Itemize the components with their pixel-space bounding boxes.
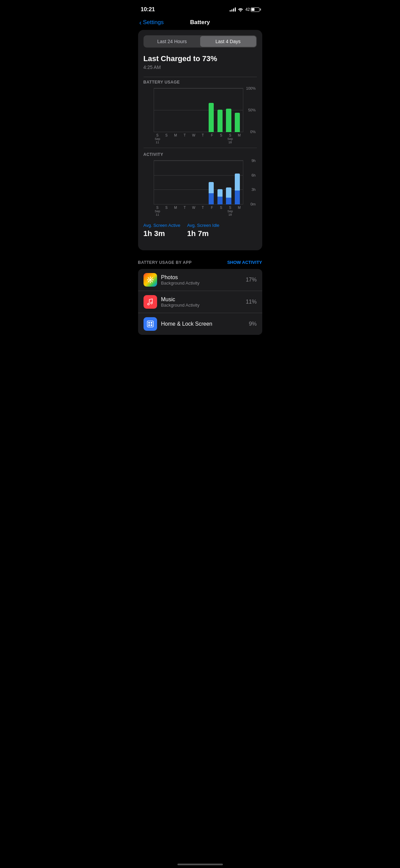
svg-rect-2 [148, 322, 150, 324]
battery-icon [251, 7, 260, 12]
battery-bar-col-3 [182, 89, 189, 132]
app-list: Photos Background Activity 17% Music Bac… [138, 269, 262, 335]
homescreen-pct: 9% [249, 321, 256, 327]
music-pct: 11% [246, 299, 256, 305]
last-charged-title: Last Charged to 73% [144, 54, 257, 63]
act-bar-col-3 [182, 162, 189, 204]
homescreen-info: Home & Lock Screen [161, 321, 245, 327]
svg-rect-3 [151, 322, 152, 324]
battery-usage-chart: 100% 50% 0% [144, 88, 257, 142]
photos-sub: Background Activity [161, 281, 242, 286]
battery-bar-col-5 [199, 89, 206, 132]
divider-2 [144, 148, 257, 148]
screen-idle-stat: Avg. Screen Idle 1h 7m [187, 223, 219, 238]
battery-bar-col-2 [173, 89, 180, 132]
battery-bar-col-7 [216, 89, 224, 132]
battery-bar-col-4 [190, 89, 198, 132]
activity-bars [154, 160, 243, 204]
app-item-homescreen[interactable]: Home & Lock Screen 9% [138, 313, 262, 335]
battery-x-labels: SSep 11 S M T W T F S SSep 18 M [154, 132, 243, 142]
activity-stats: Avg. Screen Active 1h 3m Avg. Screen Idl… [144, 220, 257, 238]
battery-fill [251, 8, 254, 11]
back-label: Settings [143, 19, 164, 26]
music-info: Music Background Activity [161, 296, 242, 308]
status-icons: 42 [230, 7, 259, 12]
tab-last-4-days[interactable]: Last 4 Days [200, 36, 256, 47]
y-label-50: 50% [248, 108, 255, 112]
screen-active-value: 1h 3m [144, 229, 180, 238]
app-item-photos[interactable]: Photos Background Activity 17% [138, 269, 262, 291]
act-bar-col-9 [234, 162, 241, 204]
y-label-0: 0% [250, 130, 256, 134]
status-bar: 10:21 42 [134, 0, 266, 16]
activity-label: ACTIVITY [144, 152, 257, 157]
activity-chart: 9h 6h 3h 0m [144, 160, 257, 215]
act-bar-col-5 [199, 162, 206, 204]
by-app-section: BATTERY USAGE BY APP SHOW ACTIVITY [138, 257, 262, 335]
photos-info: Photos Background Activity [161, 274, 242, 286]
act-bar-col-1 [164, 162, 172, 204]
page-title: Battery [190, 19, 210, 26]
act-y-label-3h: 3h [251, 187, 255, 192]
screen-idle-value: 1h 7m [187, 229, 219, 238]
battery-bar-col-0 [156, 89, 163, 132]
svg-rect-1 [147, 321, 153, 327]
act-bar-col-7 [216, 162, 224, 204]
act-bar-col-4 [190, 162, 198, 204]
battery-usage-section: BATTERY USAGE 100% 50% 0% [144, 80, 257, 142]
svg-rect-4 [148, 324, 150, 326]
status-time: 10:21 [141, 6, 155, 13]
battery-bars [154, 88, 243, 132]
photos-name: Photos [161, 274, 242, 281]
svg-rect-5 [151, 324, 152, 326]
battery-status-indicator: 42 [245, 7, 259, 12]
homescreen-name: Home & Lock Screen [161, 321, 245, 327]
screen-active-stat: Avg. Screen Active 1h 3m [144, 223, 180, 238]
homescreen-app-icon [144, 317, 157, 331]
by-app-label: BATTERY USAGE BY APP [138, 260, 192, 265]
photos-pct: 17% [246, 277, 256, 283]
svg-point-0 [149, 279, 151, 281]
divider [144, 77, 257, 77]
wifi-icon [238, 7, 243, 12]
screen-active-label: Avg. Screen Active [144, 223, 180, 228]
act-bar-col-6 [208, 162, 215, 204]
activity-section: ACTIVITY 9h 6h 3h 0m [144, 152, 257, 215]
act-y-label-6h: 6h [251, 173, 255, 177]
act-y-label-9h: 9h [251, 159, 255, 163]
act-bar-col-8 [225, 162, 232, 204]
screen-idle-label: Avg. Screen Idle [187, 223, 219, 228]
battery-card: Last 24 Hours Last 4 Days Last Charged t… [138, 30, 262, 250]
main-content: Last 24 Hours Last 4 Days Last Charged t… [134, 30, 266, 348]
photos-app-icon [144, 273, 157, 287]
show-activity-button[interactable]: SHOW ACTIVITY [227, 260, 262, 265]
music-sub: Background Activity [161, 303, 242, 308]
app-item-music[interactable]: Music Background Activity 11% [138, 291, 262, 313]
last-charged-time: 4:25 AM [144, 65, 257, 70]
act-bar-col-2 [173, 162, 180, 204]
battery-bar-col-8 [225, 89, 232, 132]
battery-bar-col-9 [234, 89, 241, 132]
battery-usage-label: BATTERY USAGE [144, 80, 257, 85]
activity-x-labels: SSep 11 S M T W T F S SSep 18 M [154, 204, 243, 215]
music-app-icon [144, 295, 157, 309]
act-y-label-0m: 0m [250, 202, 255, 206]
battery-bar-col-1 [164, 89, 172, 132]
act-bar-col-0 [156, 162, 163, 204]
battery-percentage: 42 [245, 7, 250, 12]
signal-icon [230, 7, 236, 12]
nav-bar: ‹ Settings Battery [134, 16, 266, 30]
by-app-header: BATTERY USAGE BY APP SHOW ACTIVITY [138, 257, 262, 269]
y-label-100: 100% [246, 86, 255, 90]
battery-bar-col-6 [208, 89, 215, 132]
segmented-control: Last 24 Hours Last 4 Days [144, 35, 257, 48]
back-chevron-icon: ‹ [139, 19, 142, 26]
music-name: Music [161, 296, 242, 303]
back-button[interactable]: ‹ Settings [139, 19, 164, 26]
tab-last-24-hours[interactable]: Last 24 Hours [144, 36, 200, 47]
